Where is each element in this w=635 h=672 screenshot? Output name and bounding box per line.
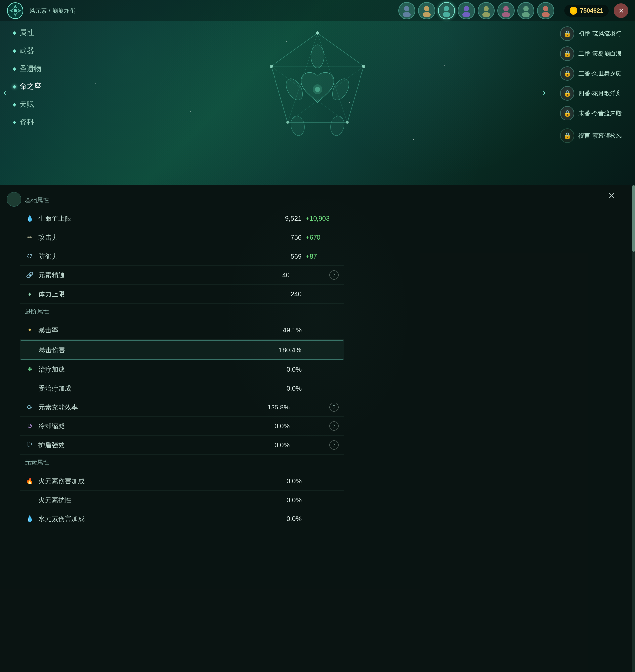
char-avatar-1[interactable] xyxy=(398,2,415,19)
const-lock-2: 🔒 xyxy=(560,46,574,61)
atk-icon: ✏ xyxy=(25,233,35,242)
char-avatar-3[interactable] xyxy=(438,2,455,19)
const-label-5: 末番·今昔渡来殿 xyxy=(578,109,622,117)
nav-item-weapon[interactable]: 武器 xyxy=(10,44,44,57)
const-item-3[interactable]: 🔒 三番·久世舞夕颜 xyxy=(560,66,622,81)
const-lock-5: 🔒 xyxy=(560,106,574,121)
svg-point-19 xyxy=(522,12,530,17)
stat-name-stamina: 体力上限 xyxy=(38,290,291,299)
char-avatar-6[interactable] xyxy=(498,2,514,19)
stats-close-button[interactable]: ✕ xyxy=(608,190,615,201)
const-label-4: 四番·花月歌浮舟 xyxy=(578,89,622,97)
cd-red-help-button[interactable]: ? xyxy=(329,421,339,431)
stat-value-pyro-dmg: 0.0% xyxy=(286,477,302,485)
header-close-button[interactable]: ✕ xyxy=(614,3,628,18)
char-avatar-5[interactable] xyxy=(478,2,495,19)
svg-point-18 xyxy=(523,6,528,11)
shield-icon: 🛡 xyxy=(25,440,35,449)
svg-point-30 xyxy=(311,45,324,68)
section-header-advanced: 进阶属性 xyxy=(20,303,344,319)
nav-item-artifacts[interactable]: 圣遗物 xyxy=(10,62,44,75)
stat-row-heal-bonus: ✚ 治疗加成 0.0% xyxy=(20,360,344,379)
nav-arrow-right[interactable]: › xyxy=(543,87,546,98)
const-item-6[interactable]: 🔒 祝言·霞幕倾松风 xyxy=(560,128,622,143)
heal-bonus-icon: ✚ xyxy=(25,365,35,374)
svg-point-35 xyxy=(346,121,349,124)
constellation-artwork xyxy=(255,23,380,162)
def-icon: 🛡 xyxy=(25,252,35,261)
svg-point-12 xyxy=(464,6,469,11)
character-list xyxy=(398,2,554,19)
nav-arrow-left[interactable]: ‹ xyxy=(3,87,6,98)
nav-item-constellation[interactable]: 命之座 xyxy=(10,80,44,93)
stat-value-atk: 756 xyxy=(291,234,302,241)
const-label-2: 二番·簸岛崩白浪 xyxy=(578,50,622,58)
shield-help-button[interactable]: ? xyxy=(329,440,339,449)
const-item-4[interactable]: 🔒 四番·花月歌浮舟 xyxy=(560,86,622,101)
stat-bonus-hp: +10,903 xyxy=(306,215,339,223)
svg-point-10 xyxy=(444,6,449,11)
scrollbar-track[interactable] xyxy=(632,185,635,672)
stat-value-crit-rate: 49.1% xyxy=(283,327,302,334)
stat-row-stamina: ♦ 体力上限 240 xyxy=(20,285,344,303)
em-help-button[interactable]: ? xyxy=(329,270,339,280)
const-label-3: 三番·久世舞夕颜 xyxy=(578,69,622,78)
svg-point-32 xyxy=(329,115,346,137)
svg-point-6 xyxy=(404,6,410,11)
stat-row-er: ⟳ 元素充能效率 125.8% ? xyxy=(20,398,344,417)
stat-name-shield: 护盾强效 xyxy=(38,441,275,449)
stat-row-def: 🛡 防御力 569 +87 xyxy=(20,247,344,266)
const-item-5[interactable]: 🔒 末番·今昔渡来殿 xyxy=(560,106,622,121)
nav-item-attributes[interactable]: 属性 xyxy=(10,26,44,39)
breadcrumb: 风元素 / 崩崩炸蛋 xyxy=(29,7,76,15)
heal-rcv-icon xyxy=(25,384,35,393)
em-icon: 🔗 xyxy=(25,270,35,280)
stat-row-atk: ✏ 攻击力 756 +670 xyxy=(20,228,344,247)
char-avatar-2[interactable] xyxy=(418,2,435,19)
currency-display: 7504621 xyxy=(564,5,609,17)
svg-point-20 xyxy=(543,6,548,11)
stat-name-crit-rate: 暴击率 xyxy=(38,326,283,335)
stat-value-crit-dmg: 180.4% xyxy=(279,346,301,354)
stat-value-cd-red: 0.0% xyxy=(275,422,290,430)
svg-point-15 xyxy=(482,12,490,17)
currency-amount: 7504621 xyxy=(580,7,603,14)
svg-point-5 xyxy=(14,9,17,12)
const-lock-3: 🔒 xyxy=(560,66,574,81)
stat-row-cd-red: ↺ 冷却缩减 0.0% ? xyxy=(20,417,344,436)
section-header-elemental: 元素属性 xyxy=(20,455,344,470)
svg-point-36 xyxy=(286,121,289,124)
stat-name-cd-red: 冷却缩减 xyxy=(38,422,275,431)
stat-bonus-def: +87 xyxy=(306,253,339,260)
stat-row-em: 🔗 元素精通 40 ? xyxy=(20,266,344,285)
svg-point-33 xyxy=(316,31,319,35)
nav-item-talents[interactable]: 天赋 xyxy=(10,98,44,110)
stat-value-em: 40 xyxy=(282,271,290,279)
hydro-dmg-icon: 💧 xyxy=(25,514,35,523)
const-lock-1: 🔒 xyxy=(560,26,574,41)
hp-icon: 💧 xyxy=(25,214,35,223)
char-avatar-8[interactable] xyxy=(537,2,554,19)
stat-name-pyro-res: 火元素抗性 xyxy=(38,496,286,504)
svg-point-39 xyxy=(315,87,320,92)
stat-name-atk: 攻击力 xyxy=(38,233,291,242)
char-avatar-4[interactable] xyxy=(458,2,475,19)
svg-point-13 xyxy=(462,12,470,17)
er-help-button[interactable]: ? xyxy=(329,402,339,412)
er-icon: ⟳ xyxy=(25,402,35,412)
header-bar: 风元素 / 崩崩炸蛋 xyxy=(0,0,635,21)
panel-char-avatar xyxy=(7,192,21,207)
stat-name-heal-bonus: 治疗加成 xyxy=(38,365,286,374)
stat-name-hp: 生命值上限 xyxy=(38,214,285,223)
stat-name-pyro-dmg: 火元素伤害加成 xyxy=(38,477,286,486)
nav-item-profile[interactable]: 资料 xyxy=(10,116,44,128)
pyro-res-icon xyxy=(25,495,35,504)
char-avatar-7[interactable] xyxy=(517,2,534,19)
stat-name-heal-rcv: 受治疗加成 xyxy=(38,384,286,393)
const-item-1[interactable]: 🔒 初番·茂风流羽行 xyxy=(560,26,622,41)
stat-value-heal-bonus: 0.0% xyxy=(286,366,302,373)
stat-row-hydro-dmg: 💧 水元素伤害加成 0.0% xyxy=(20,509,344,528)
const-item-2[interactable]: 🔒 二番·簸岛崩白浪 xyxy=(560,46,622,61)
scrollbar-thumb[interactable] xyxy=(632,185,635,252)
svg-point-21 xyxy=(542,12,550,17)
